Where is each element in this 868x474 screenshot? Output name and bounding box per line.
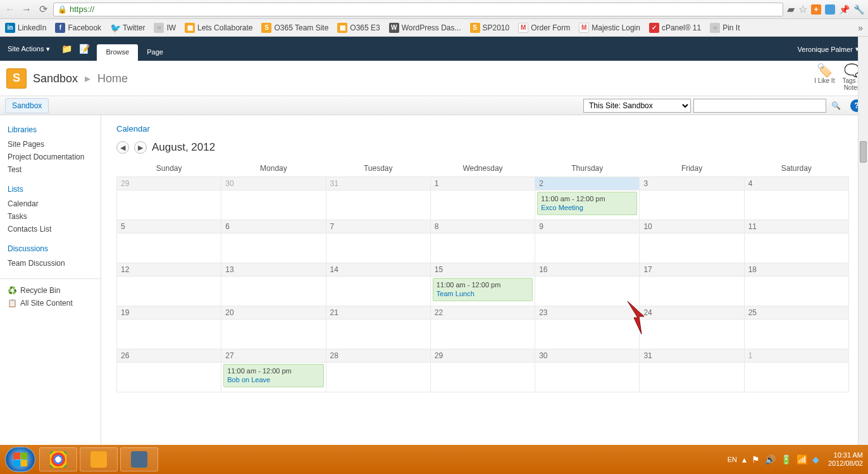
extension-icon[interactable] — [825, 4, 835, 15]
calendar-cell[interactable]: 18 — [744, 263, 848, 306]
tray-sync-icon[interactable]: ◆ — [812, 454, 819, 465]
calendar-cell[interactable]: 11 — [744, 220, 848, 263]
nav-link[interactable]: Team Discussion — [8, 257, 101, 270]
bookmark-item[interactable]: fFacebook — [55, 23, 101, 33]
calendar-cell[interactable]: 30 — [221, 177, 326, 220]
menu-wrench-icon[interactable]: 🔧 — [853, 4, 864, 15]
calendar-cell[interactable]: 29 — [117, 177, 221, 220]
calendar-cell[interactable]: 2711:00 am - 12:00 pmBob on Leave — [221, 349, 326, 392]
event-title[interactable]: Bob on Leave — [227, 375, 319, 384]
i-like-it-button[interactable]: 🏷️ I Like It — [814, 63, 834, 91]
calendar-cell[interactable]: 211:00 am - 12:00 pmExco Meeting — [535, 177, 640, 220]
tray-show-hidden-icon[interactable]: ▴ — [742, 454, 747, 465]
bookmarks-overflow-icon[interactable]: » — [858, 23, 863, 33]
bookmark-item[interactable]: 🐦Twitter — [110, 23, 145, 33]
event-title[interactable]: Team Lunch — [437, 289, 529, 298]
scrollbar-thumb[interactable] — [860, 141, 867, 163]
calendar-cell[interactable]: 6 — [221, 220, 326, 263]
tray-lang[interactable]: EN — [728, 456, 737, 463]
calendar-cell[interactable]: 19 — [117, 306, 221, 349]
calendar-cell[interactable]: 1511:00 am - 12:00 pmTeam Lunch — [430, 263, 535, 306]
topnav-tab-sandbox[interactable]: Sandbox — [5, 98, 49, 113]
calendar-cell[interactable]: 26 — [117, 349, 221, 392]
bookmark-item[interactable]: ○Pin It — [710, 23, 740, 33]
vertical-scrollbar[interactable] — [858, 37, 868, 445]
tray-battery-icon[interactable]: 🔋 — [781, 454, 791, 465]
taskbar-chrome[interactable] — [39, 447, 77, 471]
user-menu[interactable]: Veronique Palmer ▾ — [798, 45, 859, 53]
event-title[interactable]: Exco Meeting — [541, 203, 633, 212]
nav-link[interactable]: Tasks — [8, 210, 101, 223]
search-input[interactable] — [693, 99, 826, 113]
calendar-cell[interactable]: 12 — [117, 263, 221, 306]
calendar-cell[interactable]: 4 — [744, 177, 848, 220]
calendar-cell[interactable]: 8 — [430, 220, 535, 263]
calendar-cell[interactable]: 22 — [430, 306, 535, 349]
next-month-button[interactable]: ▶ — [134, 141, 147, 154]
pin-ext-icon[interactable]: 📌 — [839, 4, 850, 15]
tray-volume-icon[interactable]: 🔊 — [765, 454, 776, 465]
tray-clock[interactable]: 10:31 AM 2012/08/02 — [828, 451, 863, 468]
navigate-up-icon[interactable]: 📁 — [60, 42, 73, 55]
nav-link[interactable]: Test — [8, 163, 101, 176]
forward-button[interactable]: → — [20, 3, 33, 16]
calendar-cell[interactable]: 28 — [326, 349, 430, 392]
bookmark-item[interactable]: MOrder Form — [518, 23, 570, 33]
prev-month-button[interactable]: ◀ — [116, 141, 129, 154]
calendar-cell[interactable]: 7 — [326, 220, 430, 263]
site-actions-menu[interactable]: Site Actions ▾ — [0, 41, 58, 57]
nav-link[interactable]: Contacts List — [8, 223, 101, 235]
calendar-cell[interactable]: 21 — [326, 306, 430, 349]
nav-util-link[interactable]: ♻️Recycle Bin — [8, 284, 101, 297]
bookmark-item[interactable]: ▦Lets Collaborate — [185, 23, 252, 33]
bookmark-item[interactable]: ▦O365 E3 — [337, 23, 380, 33]
nav-util-link[interactable]: 📋All Site Content — [8, 297, 101, 309]
calendar-cell[interactable]: 20 — [221, 306, 326, 349]
address-bar[interactable]: 🔒 https:// — [53, 3, 783, 16]
calendar-cell[interactable]: 13 — [221, 263, 326, 306]
bookmark-star-icon[interactable]: ☆ — [798, 3, 807, 15]
search-button[interactable]: 🔍 — [829, 99, 843, 113]
nav-link[interactable]: Calendar — [8, 197, 101, 210]
addthis-icon[interactable]: + — [811, 4, 821, 15]
ribbon-tab-browse[interactable]: Browse — [97, 44, 138, 61]
calendar-event[interactable]: 11:00 am - 12:00 pmBob on Leave — [223, 364, 323, 387]
calendar-cell[interactable]: 25 — [744, 306, 848, 349]
nav-link[interactable]: Site Pages — [8, 138, 101, 151]
chat-icon[interactable]: ▰ — [787, 3, 795, 15]
taskbar-outlook[interactable] — [80, 447, 118, 471]
calendar-cell[interactable]: 30 — [535, 349, 640, 392]
start-button[interactable] — [5, 447, 35, 472]
calendar-cell[interactable]: 17 — [640, 263, 744, 306]
calendar-cell[interactable]: 24 — [640, 306, 744, 349]
calendar-cell[interactable]: 31 — [326, 177, 430, 220]
calendar-cell[interactable]: 9 — [535, 220, 640, 263]
edit-page-icon[interactable]: 📝 — [78, 42, 90, 55]
bookmark-item[interactable]: WWordPress Das... — [389, 23, 461, 33]
site-logo-icon[interactable]: S — [6, 68, 27, 89]
reload-button[interactable]: ⟳ — [37, 3, 49, 16]
calendar-cell[interactable]: 1 — [430, 177, 535, 220]
taskbar-app[interactable] — [120, 447, 158, 471]
calendar-cell[interactable]: 16 — [535, 263, 640, 306]
calendar-cell[interactable]: 1 — [744, 349, 848, 392]
calendar-cell[interactable]: 3 — [640, 177, 744, 220]
tray-network-icon[interactable]: 📶 — [797, 454, 807, 465]
bookmark-item[interactable]: SO365 Team Site — [261, 23, 328, 33]
calendar-cell[interactable]: 23 — [535, 306, 640, 349]
tray-flag-icon[interactable]: ⚑ — [752, 454, 760, 465]
back-button[interactable]: ← — [4, 3, 16, 16]
nav-link[interactable]: Project Documentation — [8, 151, 101, 163]
calendar-cell[interactable]: 10 — [640, 220, 744, 263]
bookmark-item[interactable]: SSP2010 — [470, 23, 510, 33]
bookmark-item[interactable]: inLinkedIn — [5, 23, 46, 33]
bookmark-item[interactable]: MMajestic Login — [579, 23, 640, 33]
calendar-cell[interactable]: 5 — [117, 220, 221, 263]
calendar-cell[interactable]: 31 — [640, 349, 744, 392]
ribbon-tab-page[interactable]: Page — [138, 44, 172, 61]
calendar-cell[interactable]: 29 — [430, 349, 535, 392]
calendar-cell[interactable]: 14 — [326, 263, 430, 306]
bookmark-item[interactable]: ✓cPanel® 11 — [649, 23, 701, 33]
search-scope-select[interactable]: This Site: Sandbox — [583, 99, 691, 113]
breadcrumb-site[interactable]: Sandbox — [33, 72, 78, 85]
